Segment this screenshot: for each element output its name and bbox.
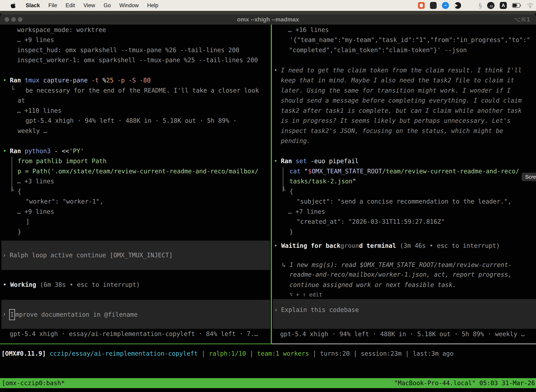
thought-line: task2 after task1 is complete, but can I… [281, 106, 522, 116]
terminal-window: omx --xhigh --madmax ⌥⌘1 workspace_mode:… [0, 14, 536, 392]
window-shadow [0, 11, 536, 14]
battery-icon[interactable] [512, 3, 522, 8]
cat-output-line: "subject": "send a concise recommendatio… [297, 196, 511, 206]
prompt-suggestion-text: Explain this codebase [281, 305, 359, 315]
ran-tmux-command: Ran tmux capture-pane -t %25 -p -S -80 [10, 75, 151, 85]
hud-line: inspect_worker-1: omx sparkshell --tmux-… [17, 55, 258, 65]
prompt-input-left[interactable]: › Improve documentation in @filename [1, 300, 270, 329]
ran-set-command: Ran set -euo pipefail [281, 156, 359, 166]
prompt-input-right[interactable]: › Explain this codebase [273, 299, 536, 329]
chat-app-icon[interactable] [418, 2, 425, 9]
text-cursor: I [9, 309, 15, 320]
inject-banner-text: Ralph loop active continue [OMX_TMUX_INJ… [10, 250, 173, 260]
python-code-line: p = Path('.omx/state/team/review-current… [18, 166, 258, 176]
python-output-line: … +9 lines [17, 207, 54, 217]
tmux-output-line: weekly … [18, 126, 47, 136]
output-line: … +16 lines [288, 25, 329, 35]
badge-61-icon[interactable]: ..61 [487, 2, 494, 9]
tmux-session-window-label[interactable]: [omx-cczip0:bash* [2, 378, 65, 388]
window-title-bar[interactable]: omx --xhigh --madmax ⌥⌘1 [0, 14, 536, 25]
prompt-chevron: › [274, 305, 278, 315]
right-pane-bottom-border [272, 344, 536, 344]
output-line: "completed","claim_token":"claim-token"}… [289, 45, 467, 55]
prompt-input-text: Improve documentation in @filename [9, 309, 138, 320]
tmux-output-line: at [18, 96, 25, 106]
window-shortcut-hint: ⌥⌘1 [514, 14, 530, 25]
tmux-host-and-clock: "MacBook-Pro-44.local" 05:03 31-Mar-26 [394, 378, 535, 388]
menu-bar-left: Slack File Edit View Go Window Help [0, 2, 163, 9]
thought-line: keep that in mind. Maybe I also need the… [281, 75, 514, 85]
tmux-output-line: be necessary for the end of the README. … [25, 85, 259, 96]
left-pane-bottom-border [0, 344, 272, 344]
thought-line: is in progress? It seems likely but perh… [281, 116, 511, 126]
python-output-line: … +3 lines [17, 176, 54, 186]
thought-line: later. Using the same for transition mig… [281, 85, 511, 96]
screenshot-tooltip: Scre [522, 173, 536, 181]
working-status: • Working (6m 38s • esc to interrupt) [3, 280, 140, 290]
apple-menu[interactable] [10, 2, 20, 9]
cat-command-line: cat "$OMX_TEAM_STATE_ROOT/team/review-cu… [289, 166, 519, 176]
bullet: • [274, 156, 278, 166]
output-line: '{"team_name":"my-team","task_id":"1","f… [289, 35, 530, 45]
bullet: • [3, 146, 6, 156]
prompt-chevron: › [2, 309, 6, 319]
thought-line: should send a message before completing … [281, 96, 522, 106]
thought-line: inspect task2's JSON, focusing on the st… [281, 126, 503, 136]
menu-bar: Slack File Edit View Go Window Help § ..… [0, 0, 536, 11]
mailbox-msg-line: 1 new msg(s): read $OMX_TEAM_STATE_ROOT/… [289, 260, 512, 270]
hud-line: … +9 lines [17, 35, 54, 45]
msg-arrow: ↳ [282, 260, 286, 270]
messenger-icon[interactable] [442, 2, 449, 9]
cat-output-line: { [289, 187, 293, 196]
left-pane[interactable]: workspace_mode: worktree … +9 lines insp… [0, 25, 271, 344]
cat-output-line: } [289, 227, 293, 237]
a-app-icon[interactable]: A [500, 2, 507, 9]
edit-shortcut-hint: ⌥ + ↑ edit [289, 289, 322, 300]
hud-line: workspace_mode: worktree [17, 25, 106, 35]
python-output-line: } [18, 227, 21, 237]
menu-item-file[interactable]: File [44, 2, 61, 9]
mailbox-msg-line: continue assigned work or next feasible … [289, 280, 456, 290]
output-corner: └ [10, 185, 14, 195]
cat-command-line: tasks/task-2.json" [289, 176, 356, 186]
right-pane[interactable]: … +16 lines '{"team_name":"my-team","tas… [272, 25, 536, 344]
menu-item-window[interactable]: Window [115, 2, 143, 9]
mailbox-msg-line: readme-and-reco/mailbox/worker-1.json, a… [289, 270, 512, 280]
python-output-line: ] [26, 217, 29, 227]
menu-app-name[interactable]: Slack [20, 2, 44, 9]
ran-python-command: Ran python3 - <<'PY' [10, 146, 84, 156]
pane-divider[interactable] [271, 25, 272, 344]
loom-icon[interactable] [454, 2, 461, 9]
output-corner: └ [282, 185, 285, 195]
right-pane-status: gpt-5.4 xhigh · 94% left · 488K in · 5.1… [280, 329, 525, 339]
omx-status-line: [OMX#0.11.9] cczip/essay/ai-reimplementa… [1, 349, 454, 359]
wifi-icon[interactable] [527, 3, 534, 8]
python-output-line: "worker": "worker-1", [25, 196, 103, 206]
menu-item-view[interactable]: View [79, 2, 99, 9]
hook-icon[interactable]: § [479, 2, 482, 9]
bullet: • [3, 75, 6, 85]
chat-app-icon-inner [420, 4, 423, 7]
bullet: • [274, 65, 278, 75]
menu-bar-status-icons: § ..61 A [418, 0, 534, 11]
apple-icon [10, 2, 17, 9]
menu-item-edit[interactable]: Edit [61, 2, 79, 9]
menu-item-go[interactable]: Go [99, 2, 115, 9]
dots-grid-icon[interactable] [467, 2, 474, 9]
menu-item-help[interactable]: Help [143, 2, 163, 9]
grid-shield-icon[interactable] [430, 2, 437, 9]
inject-banner[interactable]: › Ralph loop active continue [OMX_TMUX_I… [1, 241, 270, 270]
tmux-output-line: gpt-5.4 xhigh · 94% left · 488K in · 5.1… [25, 116, 237, 126]
python-output-line: { [18, 187, 21, 196]
prompt-chevron: › [2, 250, 6, 260]
terminal-content: workspace_mode: worktree … +9 lines insp… [0, 25, 536, 392]
thought-line: I need to get the claim token from the c… [281, 65, 522, 75]
tmux-status-bar: [omx-cczip0:bash* "MacBook-Pro-44.local"… [0, 378, 536, 388]
hud-line: inspect_hud: omx sparkshell --tmux-pane … [17, 45, 239, 55]
cat-output-line: "created_at": "2026-03-31T11:59:27.816Z" [297, 217, 445, 227]
output-corner: └ [11, 84, 14, 94]
left-pane-status: gpt-5.4 xhigh · essay/ai-reimplementatio… [10, 329, 258, 339]
cat-output-line: … +7 lines [288, 207, 325, 217]
waiting-status: • Waiting for background terminal (3m 46… [274, 241, 500, 251]
window-title: omx --xhigh --madmax [0, 14, 536, 25]
